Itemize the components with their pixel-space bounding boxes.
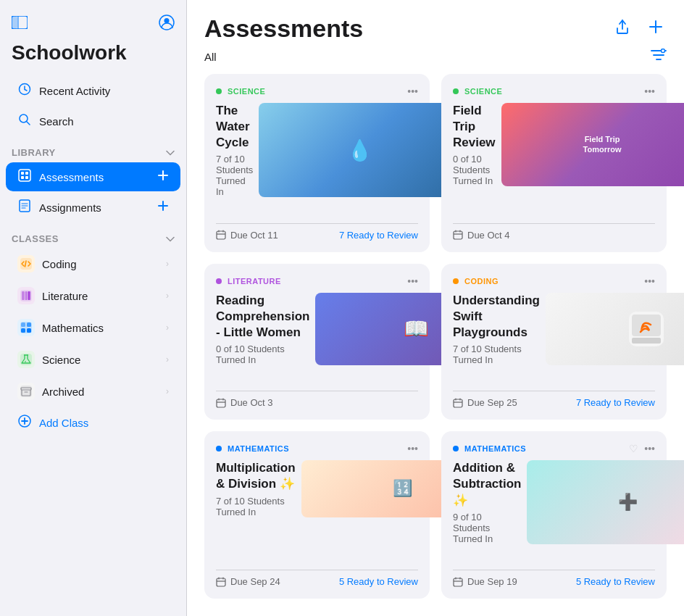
water-cycle-review-link[interactable]: 7 Ready to Review (339, 230, 418, 241)
mult-due-label: Due Sep 24 (230, 576, 280, 587)
addition-subtitle: 9 of 10 Students Turned In (453, 512, 521, 544)
library-section-header[interactable]: Library (0, 137, 186, 162)
math-class-icon (17, 319, 35, 336)
sidebar-item-literature[interactable]: Literature › (6, 280, 180, 311)
addition-actions: ♡ ••• (629, 443, 655, 454)
mult-due: Due Sep 24 (216, 576, 280, 587)
svg-rect-20 (27, 322, 31, 327)
svg-rect-35 (454, 399, 462, 407)
addition-title: Addition & Subtraction ✨ (453, 460, 521, 508)
archived-chevron-icon: › (166, 386, 169, 396)
sidebar-item-mathematics[interactable]: Mathematics › (6, 312, 180, 343)
card-reading-header: LITERATURE ••• (216, 275, 418, 287)
addition-dot (453, 446, 459, 451)
card-water-cycle[interactable]: SCIENCE ••• The Water Cycle 7 of 10 Stud… (204, 74, 430, 252)
calendar-icon (216, 577, 226, 587)
assessments-grid: SCIENCE ••• The Water Cycle 7 of 10 Stud… (187, 74, 684, 616)
svg-rect-11 (25, 176, 28, 179)
classes-section-header[interactable]: Classes (0, 223, 186, 249)
card-field-trip[interactable]: SCIENCE ••• Field Trip Review 0 of 10 St… (441, 74, 667, 252)
search-icon (17, 113, 32, 129)
science-left: Science (17, 351, 80, 368)
sidebar-item-assessments[interactable]: Assessments (6, 162, 180, 191)
library-section-title: Library (12, 147, 56, 158)
literature-class-icon (17, 287, 35, 304)
swift-title: Understanding Swift Playgrounds (453, 293, 540, 341)
literature-chevron-icon: › (166, 291, 169, 301)
mult-subtitle: 7 of 10 Students Turned In (216, 496, 296, 517)
sidebar-item-assignments[interactable]: Assignments (6, 193, 180, 222)
svg-rect-37 (454, 578, 462, 586)
assignments-left: Assignments (17, 199, 101, 215)
assessments-add-icon[interactable] (157, 170, 169, 184)
sidebar-item-coding[interactable]: Coding › (6, 249, 180, 279)
sidebar-item-science[interactable]: Science › (6, 344, 180, 375)
filter-icon[interactable] (651, 49, 667, 65)
addition-heart-icon[interactable]: ♡ (629, 443, 638, 454)
water-cycle-subject: SCIENCE (216, 87, 265, 96)
page-title: Assessments (204, 14, 363, 43)
science-class-icon (17, 351, 35, 368)
svg-point-24 (25, 361, 26, 362)
coding-class-icon (17, 255, 35, 272)
reading-due: Due Oct 3 (216, 397, 273, 408)
card-addition-footer: Due Sep 19 5 Ready to Review (453, 570, 655, 587)
mult-review-link[interactable]: 5 Ready to Review (339, 576, 418, 587)
water-cycle-due-label: Due Oct 11 (230, 230, 278, 241)
mathematics-chevron-icon: › (166, 322, 169, 333)
sidebar-item-archived[interactable]: Archived › (6, 376, 180, 407)
card-swift[interactable]: CODING ••• Understanding Swift Playgroun… (441, 264, 667, 420)
science-label: Science (42, 354, 80, 366)
mult-text: Multiplication & Division ✨ 7 of 10 Stud… (216, 460, 296, 517)
sidebar-item-recent-activity[interactable]: Recent Activity (6, 76, 180, 105)
card-reading-body: Reading Comprehension - Little Women 0 o… (216, 293, 418, 365)
card-multiplication[interactable]: MATHEMATICS ••• Multiplication & Divisio… (204, 431, 430, 599)
add-class-button[interactable]: Add Class (6, 408, 180, 437)
card-addition[interactable]: MATHEMATICS ♡ ••• Addition & Subtraction… (441, 431, 667, 599)
addition-review-link[interactable]: 5 Ready to Review (576, 576, 655, 587)
svg-rect-21 (21, 328, 25, 333)
add-class-label: Add Class (39, 417, 88, 429)
card-field-trip-header: SCIENCE ••• (453, 86, 655, 97)
svg-rect-10 (21, 176, 24, 179)
addition-thumbnail: ➕ (527, 460, 684, 544)
mult-menu-icon[interactable]: ••• (407, 443, 418, 454)
card-swift-footer: Due Sep 25 7 Ready to Review (453, 391, 655, 408)
sidebar-toggle-icon[interactable] (12, 16, 28, 33)
filter-all-label[interactable]: All (204, 51, 217, 63)
share-button[interactable] (612, 16, 633, 41)
svg-rect-9 (25, 172, 28, 175)
svg-rect-7 (19, 170, 30, 181)
card-reading[interactable]: LITERATURE ••• Reading Comprehension - L… (204, 264, 430, 420)
literature-left: Literature (17, 287, 88, 304)
svg-point-6 (20, 115, 28, 122)
water-cycle-menu-icon[interactable]: ••• (407, 86, 418, 97)
main-header: Assessments (187, 0, 684, 43)
water-cycle-thumbnail: 💧 (259, 103, 461, 197)
field-trip-text: Field Trip Review 0 of 10 Students Turne… (453, 103, 496, 186)
card-field-trip-body: Field Trip Review 0 of 10 Students Turne… (453, 103, 655, 186)
reading-menu-icon[interactable]: ••• (407, 275, 418, 287)
water-cycle-due: Due Oct 11 (216, 230, 278, 241)
svg-rect-31 (217, 399, 225, 407)
swift-menu-icon[interactable]: ••• (644, 275, 655, 287)
swift-review-link[interactable]: 7 Ready to Review (576, 397, 655, 408)
addition-menu-icon[interactable]: ••• (644, 443, 655, 454)
swift-text: Understanding Swift Playgrounds 7 of 10 … (453, 293, 540, 365)
card-mult-header: MATHEMATICS ••• (216, 443, 418, 454)
field-trip-due: Due Oct 4 (453, 230, 510, 241)
card-reading-footer: Due Oct 3 (216, 391, 418, 408)
water-cycle-text: The Water Cycle 7 of 10 Students Turned … (216, 103, 253, 197)
sidebar-item-search[interactable]: Search (6, 107, 180, 136)
mathematics-label: Mathematics (42, 322, 104, 334)
addition-text: Addition & Subtraction ✨ 9 of 10 Student… (453, 460, 521, 544)
add-button[interactable] (645, 16, 667, 41)
field-trip-menu-icon[interactable]: ••• (644, 86, 655, 97)
archived-class-icon (17, 383, 35, 400)
card-mult-footer: Due Sep 24 5 Ready to Review (216, 570, 418, 587)
reading-text: Reading Comprehension - Little Women 0 o… (216, 293, 309, 365)
user-profile-icon[interactable] (159, 14, 175, 34)
assignments-add-icon[interactable] (157, 200, 169, 215)
card-field-trip-footer: Due Oct 4 (453, 223, 655, 241)
card-water-cycle-header: SCIENCE ••• (216, 86, 418, 97)
